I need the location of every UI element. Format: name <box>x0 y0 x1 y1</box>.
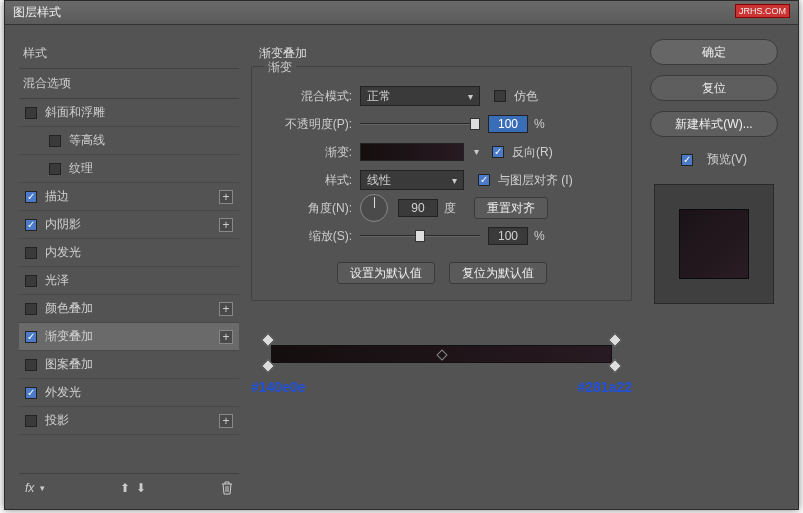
layer-style-dialog: 图层样式 JRHS.COM 样式 混合选项 斜面和浮雕等高线纹理描边+内阴影+内… <box>4 0 799 510</box>
scale-label: 缩放(S): <box>268 228 360 245</box>
add-effect-icon[interactable]: + <box>219 330 233 344</box>
opacity-value[interactable]: 100 <box>488 115 528 133</box>
effect-label: 内阴影 <box>45 216 81 233</box>
dialog-title: 图层样式 <box>13 4 61 21</box>
effect-checkbox[interactable] <box>25 191 37 203</box>
angle-dial[interactable] <box>360 194 388 222</box>
default-buttons-row: 设置为默认值 复位为默认值 <box>268 262 615 284</box>
trash-icon[interactable] <box>221 481 233 495</box>
arrow-up-icon[interactable]: ⬆ <box>120 481 130 495</box>
hex-left: #140e0e <box>251 379 306 395</box>
gradient-group: 渐变 混合模式: 正常 仿色 不透明度(P): 100 % 渐变: <box>251 66 632 301</box>
effect-row[interactable]: 描边+ <box>19 183 239 211</box>
effect-row[interactable]: 光泽 <box>19 267 239 295</box>
effect-row[interactable]: 内发光 <box>19 239 239 267</box>
style-row: 样式: 线性 与图层对齐 (I) <box>268 168 615 192</box>
watermark: JRHS.COM <box>735 4 790 18</box>
preview-toggle-row: 预览(V) <box>681 151 747 168</box>
dither-checkbox[interactable] <box>494 90 506 102</box>
preview-checkbox[interactable] <box>681 154 693 166</box>
angle-row: 角度(N): 90 度 重置对齐 <box>268 196 615 220</box>
gradient-row: 渐变: 反向(R) <box>268 140 615 164</box>
effect-label: 纹理 <box>69 160 93 177</box>
effect-label: 颜色叠加 <box>45 300 93 317</box>
effect-label: 外发光 <box>45 384 81 401</box>
reverse-label: 反向(R) <box>512 144 553 161</box>
effect-checkbox[interactable] <box>49 163 61 175</box>
set-default-button[interactable]: 设置为默认值 <box>337 262 435 284</box>
preview-swatch <box>679 209 749 279</box>
ok-button[interactable]: 确定 <box>650 39 778 65</box>
effect-label: 等高线 <box>69 132 105 149</box>
effect-checkbox[interactable] <box>25 219 37 231</box>
fx-label[interactable]: fx <box>25 481 34 495</box>
effect-row[interactable]: 颜色叠加+ <box>19 295 239 323</box>
style-select[interactable]: 线性 <box>360 170 464 190</box>
opacity-unit: % <box>534 117 545 131</box>
effect-checkbox[interactable] <box>25 359 37 371</box>
effect-row[interactable]: 图案叠加 <box>19 351 239 379</box>
add-effect-icon[interactable]: + <box>219 190 233 204</box>
blend-mode-row: 混合模式: 正常 仿色 <box>268 84 615 108</box>
effect-checkbox[interactable] <box>25 247 37 259</box>
effect-label: 内发光 <box>45 244 81 261</box>
gradient-swatch[interactable] <box>360 143 464 161</box>
angle-value[interactable]: 90 <box>398 199 438 217</box>
opacity-row: 不透明度(P): 100 % <box>268 112 615 136</box>
blend-mode-select[interactable]: 正常 <box>360 86 480 106</box>
effect-checkbox[interactable] <box>25 275 37 287</box>
effect-checkbox[interactable] <box>25 331 37 343</box>
effect-row[interactable]: 等高线 <box>19 127 239 155</box>
hex-right: #281a22 <box>577 379 632 395</box>
align-label: 与图层对齐 (I) <box>498 172 573 189</box>
effect-checkbox[interactable] <box>25 387 37 399</box>
opacity-slider[interactable] <box>360 117 480 131</box>
reset-align-button[interactable]: 重置对齐 <box>474 197 548 219</box>
right-panel: 确定 复位 新建样式(W)... 预览(V) <box>644 39 784 501</box>
arrow-down-icon[interactable]: ⬇ <box>136 481 146 495</box>
group-label: 渐变 <box>264 59 296 76</box>
preview-label: 预览(V) <box>707 151 747 168</box>
titlebar[interactable]: 图层样式 JRHS.COM <box>5 1 798 25</box>
effect-row[interactable]: 渐变叠加+ <box>19 323 239 351</box>
styles-header[interactable]: 样式 <box>19 39 239 68</box>
effect-row[interactable]: 内阴影+ <box>19 211 239 239</box>
style-label: 样式: <box>268 172 360 189</box>
effect-row[interactable]: 纹理 <box>19 155 239 183</box>
scale-value[interactable]: 100 <box>488 227 528 245</box>
dialog-body: 样式 混合选项 斜面和浮雕等高线纹理描边+内阴影+内发光光泽颜色叠加+渐变叠加+… <box>5 25 798 509</box>
effect-label: 图案叠加 <box>45 356 93 373</box>
effect-checkbox[interactable] <box>25 107 37 119</box>
align-checkbox[interactable] <box>478 174 490 186</box>
add-effect-icon[interactable]: + <box>219 218 233 232</box>
add-effect-icon[interactable]: + <box>219 414 233 428</box>
angle-label: 角度(N): <box>268 200 360 217</box>
scale-row: 缩放(S): 100 % <box>268 224 615 248</box>
effect-checkbox[interactable] <box>25 303 37 315</box>
gradient-editor-preview: #140e0e #281a22 <box>251 337 632 381</box>
add-effect-icon[interactable]: + <box>219 302 233 316</box>
new-style-button[interactable]: 新建样式(W)... <box>650 111 778 137</box>
section-title: 渐变叠加 <box>259 45 632 62</box>
blending-options-header[interactable]: 混合选项 <box>19 68 239 99</box>
effect-checkbox[interactable] <box>25 415 37 427</box>
effect-label: 斜面和浮雕 <box>45 104 105 121</box>
effect-row[interactable]: 投影+ <box>19 407 239 435</box>
reverse-checkbox[interactable] <box>492 146 504 158</box>
effect-row[interactable]: 外发光 <box>19 379 239 407</box>
gradient-label: 渐变: <box>268 144 360 161</box>
effect-checkbox[interactable] <box>49 135 61 147</box>
preview-box <box>654 184 774 304</box>
left-panel: 样式 混合选项 斜面和浮雕等高线纹理描边+内阴影+内发光光泽颜色叠加+渐变叠加+… <box>19 39 239 501</box>
angle-unit: 度 <box>444 200 456 217</box>
dither-label: 仿色 <box>514 88 538 105</box>
blend-mode-label: 混合模式: <box>268 88 360 105</box>
effect-label: 投影 <box>45 412 69 429</box>
fx-menu-icon[interactable]: ▾ <box>40 483 45 493</box>
effect-label: 光泽 <box>45 272 69 289</box>
reset-default-button[interactable]: 复位为默认值 <box>449 262 547 284</box>
effect-row[interactable]: 斜面和浮雕 <box>19 99 239 127</box>
scale-slider[interactable] <box>360 229 480 243</box>
effect-list: 斜面和浮雕等高线纹理描边+内阴影+内发光光泽颜色叠加+渐变叠加+图案叠加外发光投… <box>19 99 239 473</box>
cancel-button[interactable]: 复位 <box>650 75 778 101</box>
